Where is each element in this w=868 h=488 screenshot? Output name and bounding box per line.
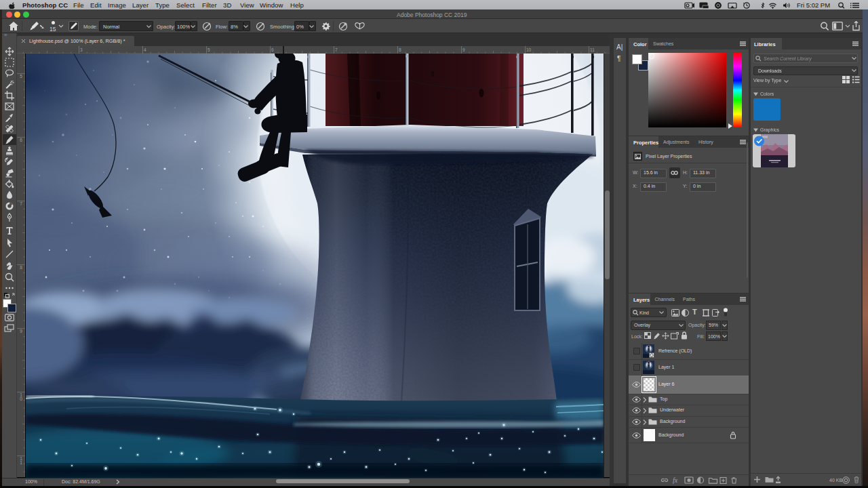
svg-text:fx: fx (673, 476, 678, 484)
